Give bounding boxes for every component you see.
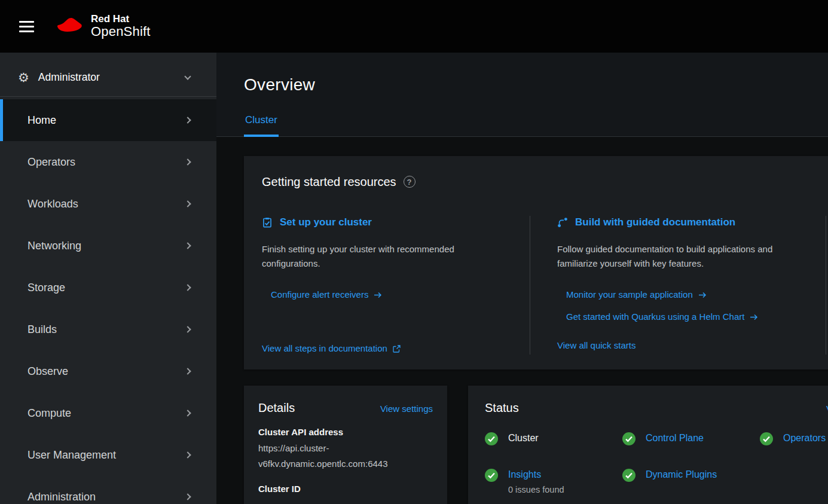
- view-settings-link[interactable]: View settings: [380, 404, 433, 414]
- checklist-icon: [262, 217, 273, 228]
- guided-links: Monitor your sample application Get star…: [557, 289, 826, 323]
- chevron-right-icon: [184, 117, 191, 123]
- sidebar-item[interactable]: Compute: [0, 392, 216, 434]
- cluster-api-address-field: Cluster API address https://api.cluster-…: [258, 427, 433, 472]
- chevron-right-icon: [184, 284, 191, 291]
- cluster-id-field: Cluster ID: [258, 484, 433, 494]
- check-circle-icon: [485, 469, 498, 482]
- sidebar-item[interactable]: Workloads: [0, 183, 216, 225]
- status-item: Operators: [760, 433, 828, 445]
- cluster-api-address-label: Cluster API address: [258, 427, 433, 437]
- details-card: Details View settings Cluster API addres…: [244, 386, 447, 504]
- brand-line2: OpenShift: [91, 25, 151, 39]
- masthead: Red Hat OpenShift: [0, 0, 828, 53]
- sidebar-item[interactable]: Networking: [0, 225, 216, 267]
- external-link-icon: [393, 345, 401, 353]
- status-item-subtext: 0 issues found: [508, 485, 564, 494]
- sidebar-nav: Home Operators Workloads Networking: [0, 99, 216, 504]
- getting-started-title: Getting started resources: [262, 175, 396, 189]
- chevron-down-icon: [184, 73, 191, 80]
- status-title: Status: [485, 401, 519, 415]
- sidebar-item[interactable]: Home: [0, 99, 216, 141]
- check-circle-icon: [485, 432, 498, 445]
- setup-cluster-title[interactable]: Set up your cluster: [280, 216, 372, 228]
- setup-links: Configure alert receivers: [262, 289, 514, 301]
- sidebar-item[interactable]: Builds: [0, 308, 216, 350]
- sidebar-item-label: Builds: [28, 323, 185, 336]
- arrow-right-icon: [750, 314, 758, 320]
- perspective-label: Administrator: [38, 71, 100, 84]
- view-all-steps-link[interactable]: View all steps in documentation: [262, 343, 401, 355]
- status-item-label[interactable]: Dynamic Plugins: [646, 469, 717, 479]
- sidebar-item-label: Compute: [28, 407, 185, 420]
- tab-cluster[interactable]: Cluster: [244, 114, 279, 136]
- status-grid: Cluster: [485, 433, 828, 494]
- status-item: Dynamic Plugins: [622, 469, 760, 494]
- sidebar-item-label: Observe: [28, 365, 185, 378]
- sidebar: ⚙ Administrator Home Operators Workloads: [0, 53, 216, 504]
- chevron-right-icon: [184, 158, 191, 165]
- tab-bar: Cluster: [216, 114, 828, 137]
- status-card: Status View alerts: [468, 386, 828, 504]
- chevron-right-icon: [184, 493, 191, 500]
- status-item: Insights 0 issues found: [485, 469, 622, 494]
- arrow-right-icon: [698, 292, 707, 298]
- dashboard: Getting started resources ?: [216, 137, 828, 504]
- guided-docs-column: Build with guided documentation Follow g…: [530, 216, 826, 355]
- help-icon[interactable]: ?: [404, 176, 415, 188]
- chevron-right-icon: [184, 242, 191, 249]
- getting-started-card: Getting started resources ?: [244, 156, 828, 369]
- sidebar-item-label: Administration: [28, 491, 185, 503]
- redhat-hat-icon: [56, 17, 83, 36]
- chevron-right-icon: [184, 200, 191, 207]
- cluster-api-address-value: https://api.cluster-v6fkv.dynamic.opentl…: [258, 441, 433, 472]
- setup-cluster-description: Finish setting up your cluster with reco…: [262, 242, 514, 271]
- sidebar-item-label: Workloads: [28, 198, 185, 210]
- main-content: Overview Cluster Getting started resourc…: [216, 53, 828, 504]
- view-all-quick-starts-link[interactable]: View all quick starts: [557, 340, 635, 352]
- sidebar-item-label: Operators: [28, 156, 185, 169]
- chevron-right-icon: [184, 326, 191, 332]
- brand-line1: Red Hat: [91, 13, 151, 25]
- quick-start-link[interactable]: Monitor your sample application: [566, 289, 707, 301]
- chevron-right-icon: [184, 368, 191, 374]
- status-item-label[interactable]: Operators: [783, 433, 826, 443]
- gear-icon: ⚙: [18, 71, 29, 84]
- nav-toggle-button[interactable]: [16, 17, 38, 36]
- check-circle-icon: [760, 432, 773, 445]
- page-title: Overview: [216, 73, 828, 97]
- sidebar-item[interactable]: User Management: [0, 434, 216, 476]
- setup-cluster-column: Set up your cluster Finish setting up yo…: [262, 216, 530, 355]
- status-item: Control Plane: [622, 433, 760, 445]
- sidebar-item[interactable]: Operators: [0, 141, 216, 183]
- cluster-id-label: Cluster ID: [258, 484, 433, 494]
- brand-logo[interactable]: Red Hat OpenShift: [56, 13, 151, 39]
- status-item: Cluster: [485, 433, 622, 445]
- sidebar-item[interactable]: Observe: [0, 350, 216, 392]
- status-item-label[interactable]: Cluster: [508, 433, 539, 443]
- arrow-right-icon: [374, 292, 382, 298]
- check-circle-icon: [622, 469, 635, 482]
- sidebar-item[interactable]: Administration: [0, 476, 216, 504]
- check-circle-icon: [622, 432, 635, 445]
- chevron-right-icon: [184, 410, 191, 416]
- guided-docs-description: Follow guided documentation to build app…: [557, 242, 796, 271]
- sidebar-item-label: User Management: [28, 449, 185, 462]
- page-header: Overview Cluster: [216, 53, 828, 137]
- sidebar-item[interactable]: Storage: [0, 267, 216, 308]
- sidebar-item-label: Networking: [28, 240, 185, 252]
- details-title: Details: [258, 401, 295, 415]
- chevron-right-icon: [184, 451, 191, 458]
- getting-started-link[interactable]: Configure alert receivers: [271, 289, 382, 301]
- guided-docs-title[interactable]: Build with guided documentation: [575, 216, 735, 228]
- status-item-label[interactable]: Insights: [508, 469, 541, 479]
- quick-start-link[interactable]: Get started with Quarkus using a Helm Ch…: [566, 311, 758, 323]
- sidebar-item-label: Home: [28, 114, 185, 127]
- guided-docs-icon: [557, 217, 568, 228]
- perspective-switcher[interactable]: ⚙ Administrator: [0, 59, 216, 97]
- sidebar-item-label: Storage: [28, 282, 185, 294]
- status-item-label[interactable]: Control Plane: [646, 433, 704, 443]
